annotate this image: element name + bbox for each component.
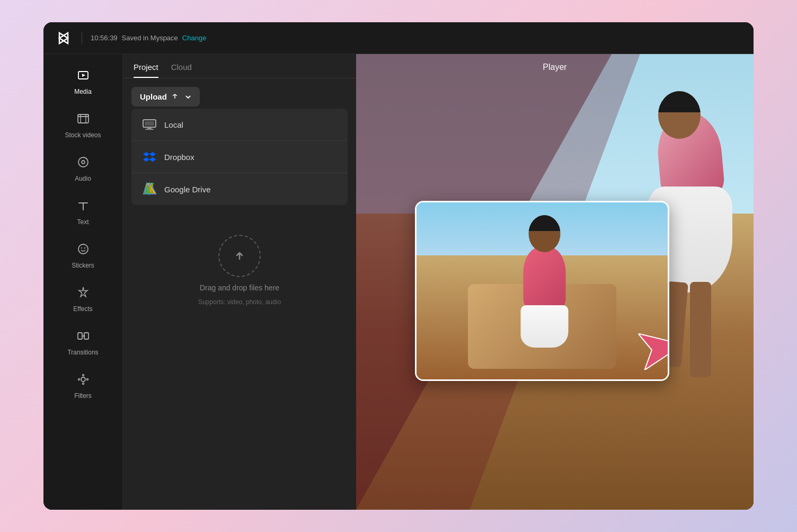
main-content: Media Stock videos: [43, 54, 754, 510]
person-hat: [658, 91, 701, 112]
player-area: Player: [356, 54, 754, 510]
upload-gdrive-item[interactable]: Google Drive: [131, 173, 348, 205]
upload-dropbox-item[interactable]: Dropbox: [131, 141, 348, 173]
sidebar-item-stickers[interactable]: Stickers: [43, 236, 122, 276]
app-window: 10:56:39 Saved in Myspace Change Media: [43, 22, 754, 510]
card-person-bottom: [521, 305, 569, 348]
svg-point-13: [81, 377, 85, 382]
player-title: Player: [356, 54, 754, 81]
save-info: 10:56:39 Saved in Myspace Change: [91, 34, 206, 42]
sidebar-item-transitions[interactable]: Transitions: [43, 323, 122, 362]
effects-label: Effects: [73, 305, 92, 313]
change-link[interactable]: Change: [182, 34, 207, 42]
stickers-label: Stickers: [72, 262, 94, 269]
time-display: 10:56:39: [91, 34, 118, 42]
upload-dropdown: Local Dropbox: [131, 109, 348, 205]
person-head: [658, 91, 701, 139]
transitions-label: Transitions: [67, 349, 98, 356]
svg-marker-24: [149, 152, 156, 156]
media-label: Media: [74, 88, 92, 95]
gdrive-label: Google Drive: [164, 185, 211, 194]
svg-marker-1: [82, 74, 85, 77]
svg-point-8: [78, 244, 88, 254]
svg-point-14: [82, 375, 84, 376]
panel-area: Project Cloud Upload: [123, 54, 356, 510]
tab-cloud[interactable]: Cloud: [171, 63, 192, 78]
dropbox-icon: [142, 149, 157, 164]
save-status: Saved in Myspace: [122, 34, 178, 42]
drag-drop-area[interactable]: Drag and drop files here Supports: video…: [131, 214, 348, 327]
svg-point-9: [81, 247, 82, 249]
svg-rect-3: [78, 114, 88, 117]
effects-icon: [77, 286, 90, 302]
foreground-image: [417, 202, 668, 379]
card-person-top: [524, 247, 566, 311]
text-label: Text: [77, 218, 88, 226]
sidebar-item-filters[interactable]: Filters: [43, 367, 122, 406]
foreground-image-card: [415, 201, 669, 381]
logo-icon[interactable]: [54, 29, 73, 48]
local-label: Local: [164, 120, 183, 129]
sidebar-item-media[interactable]: Media: [43, 63, 122, 102]
upload-button-label: Upload: [140, 92, 167, 101]
stock-videos-label: Stock videos: [65, 131, 101, 139]
svg-rect-11: [78, 333, 82, 339]
sidebar-item-stock-videos[interactable]: Stock videos: [43, 106, 122, 145]
sidebar: Media Stock videos: [43, 54, 123, 510]
panel-tabs: Project Cloud: [123, 54, 356, 78]
top-bar-divider: [82, 32, 82, 45]
svg-point-16: [78, 379, 79, 380]
top-bar: 10:56:39 Saved in Myspace Change: [43, 22, 754, 54]
local-icon: [142, 117, 157, 132]
person-leg1: [690, 282, 711, 377]
filters-icon: [77, 373, 90, 389]
audio-icon: [77, 156, 90, 172]
drag-drop-circle: [218, 235, 261, 277]
svg-marker-27: [149, 157, 156, 162]
panel-body: Upload: [123, 78, 356, 510]
media-icon: [77, 69, 90, 85]
gdrive-icon: [142, 182, 157, 197]
svg-point-7: [82, 161, 85, 164]
drag-drop-text: Drag and drop files here: [200, 283, 279, 292]
sidebar-item-audio[interactable]: Audio: [43, 149, 122, 189]
audio-label: Audio: [75, 175, 91, 182]
drag-drop-sub: Supports: video, photo, audio: [198, 298, 281, 306]
text-icon: [77, 199, 90, 215]
svg-rect-20: [145, 121, 154, 126]
tab-project[interactable]: Project: [134, 63, 158, 78]
upload-local-item[interactable]: Local: [131, 109, 348, 141]
stickers-icon: [77, 243, 90, 259]
card-person-head: [529, 215, 561, 252]
filters-label: Filters: [74, 392, 92, 400]
stock-videos-icon: [77, 112, 90, 128]
sidebar-item-text[interactable]: Text: [43, 193, 122, 232]
svg-rect-2: [78, 114, 88, 123]
svg-rect-21: [147, 127, 152, 129]
dropbox-label: Dropbox: [164, 153, 194, 162]
svg-marker-23: [143, 152, 149, 156]
transitions-icon: [77, 330, 90, 345]
sidebar-item-effects[interactable]: Effects: [43, 280, 122, 319]
svg-point-17: [86, 379, 88, 380]
svg-rect-22: [145, 129, 154, 130]
svg-point-15: [82, 383, 84, 385]
card-person: [521, 247, 569, 348]
card-person-hat: [529, 215, 561, 231]
upload-button[interactable]: Upload: [131, 87, 200, 107]
svg-point-10: [84, 247, 85, 249]
svg-marker-25: [143, 157, 149, 162]
